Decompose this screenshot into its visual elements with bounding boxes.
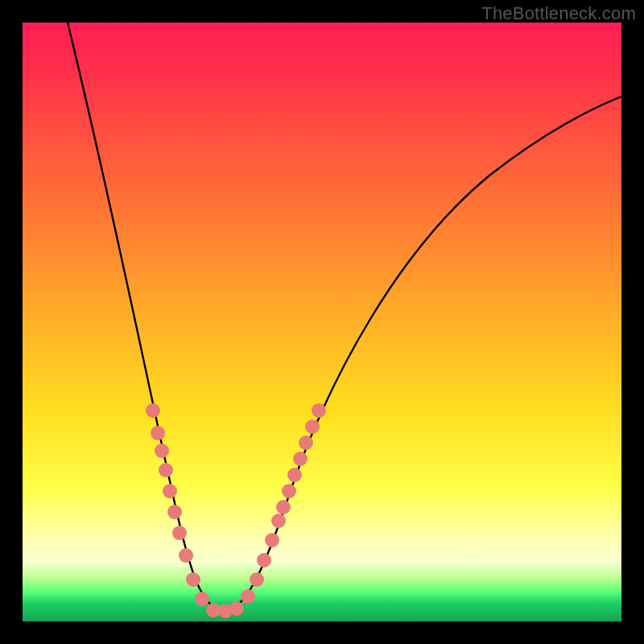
curve-marker [265,533,279,547]
curve-marker [271,514,286,528]
curve-markers [146,403,326,618]
curve-marker [167,505,182,519]
curve-marker [287,468,302,482]
bottleneck-curve-path [68,23,621,611]
curve-marker [241,589,255,604]
curve-marker [282,484,296,498]
curve-marker [276,500,291,514]
curve-marker [179,548,193,563]
watermark-text: TheBottleneck.com [481,3,636,24]
curve-marker [146,403,160,418]
curve-marker [163,484,177,498]
curve-marker [293,452,308,466]
curve-marker [299,436,313,450]
curve-marker [155,444,169,458]
curve-svg [23,23,621,621]
curve-marker [159,463,173,477]
plot-area [23,23,621,621]
curve-marker [195,592,209,606]
chart-frame: TheBottleneck.com [0,0,644,644]
curve-marker [229,601,244,616]
curve-marker [312,403,326,418]
curve-marker [250,572,264,587]
curve-marker [305,419,320,434]
curve-marker [172,526,187,540]
curve-marker [151,426,165,440]
curve-marker [257,553,271,568]
curve-marker [186,572,200,587]
